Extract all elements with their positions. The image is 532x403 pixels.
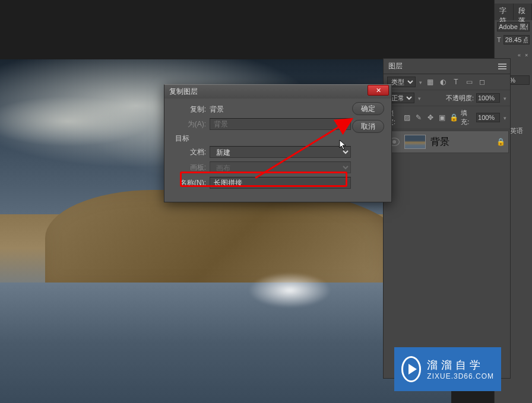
artboard-select: 画布 <box>210 161 351 173</box>
layer-name-label[interactable]: 背景 <box>430 136 449 148</box>
chevron-down-icon[interactable] <box>502 94 506 101</box>
dialog-title: 复制图层 <box>169 87 198 97</box>
fill-label: 填充: <box>461 109 474 126</box>
panel-collapse-icon[interactable]: « <box>518 52 522 57</box>
filter-shape-icon[interactable]: ▭ <box>464 77 474 87</box>
document-select[interactable]: 新建 <box>210 146 351 158</box>
filter-pixel-icon[interactable]: ▦ <box>425 77 435 87</box>
layer-thumbnail[interactable] <box>404 135 426 149</box>
filter-smart-icon[interactable]: ◻ <box>477 77 487 87</box>
wave-splash <box>248 272 331 308</box>
cancel-button[interactable]: 取消 <box>352 120 384 133</box>
layers-panel: 图层 类型 ▦ ◐ T ▭ ◻ 正常 不透明度: 锁定: ▨ ✎ ✥ ▣ 🔒 填… <box>383 58 511 379</box>
name-label: 名称(N): <box>173 178 206 188</box>
close-icon: ✕ <box>376 87 381 94</box>
watermark-logo-icon <box>401 356 421 382</box>
panel-menu-icon[interactable] <box>498 64 506 69</box>
watermark-badge: 溜溜自学 ZIXUE.3D66.COM <box>394 347 501 391</box>
lock-transparent-icon[interactable]: ▨ <box>403 113 412 122</box>
copy-value: 背景 <box>210 104 224 115</box>
panel-close-icon[interactable]: × <box>525 52 530 57</box>
text-size-icon: T <box>497 36 501 43</box>
lock-all-icon[interactable]: 🔒 <box>449 113 459 122</box>
chevron-down-icon[interactable] <box>417 94 421 101</box>
duplicate-layer-dialog: 复制图层 ✕ 确定 取消 复制: 背景 为(A): 目标 文档: 新建 画板: <box>164 84 392 202</box>
dialog-close-button[interactable]: ✕ <box>368 85 389 96</box>
watermark-url: ZIXUE.3D66.COM <box>427 372 494 380</box>
play-icon <box>408 364 417 375</box>
layer-row-background[interactable]: 背景 🔒 <box>385 131 509 153</box>
chevron-down-icon[interactable] <box>502 114 506 121</box>
copy-label: 复制: <box>173 104 206 115</box>
target-section-label: 目标 <box>175 134 383 144</box>
opacity-input[interactable] <box>476 93 500 103</box>
as-label: 为(A): <box>173 119 206 129</box>
fill-input[interactable] <box>476 113 500 122</box>
layers-panel-title[interactable]: 图层 <box>388 61 403 71</box>
filter-adjust-icon[interactable]: ◐ <box>438 77 448 87</box>
opacity-label: 不透明度: <box>446 94 474 103</box>
name-input[interactable] <box>210 177 351 189</box>
font-field[interactable] <box>497 22 530 31</box>
dialog-titlebar[interactable]: 复制图层 ✕ <box>164 85 391 99</box>
artboard-label: 画板: <box>173 163 206 173</box>
tab-paragraph[interactable]: 段落 <box>514 4 533 20</box>
ok-button[interactable]: 确定 <box>352 102 384 115</box>
lock-position-icon[interactable]: ✥ <box>426 113 435 122</box>
layer-lock-icon[interactable]: 🔒 <box>496 138 505 146</box>
lock-artboard-icon[interactable]: ▣ <box>438 113 447 122</box>
as-input <box>210 118 351 130</box>
lock-paint-icon[interactable]: ✎ <box>414 113 424 122</box>
font-size-field[interactable] <box>504 35 530 45</box>
filter-type-icon[interactable]: T <box>451 77 461 87</box>
chevron-down-icon[interactable] <box>418 78 422 85</box>
tab-character[interactable]: 字符 <box>495 4 514 20</box>
watermark-title: 溜溜自学 <box>427 358 494 372</box>
doc-label: 文档: <box>173 147 206 157</box>
